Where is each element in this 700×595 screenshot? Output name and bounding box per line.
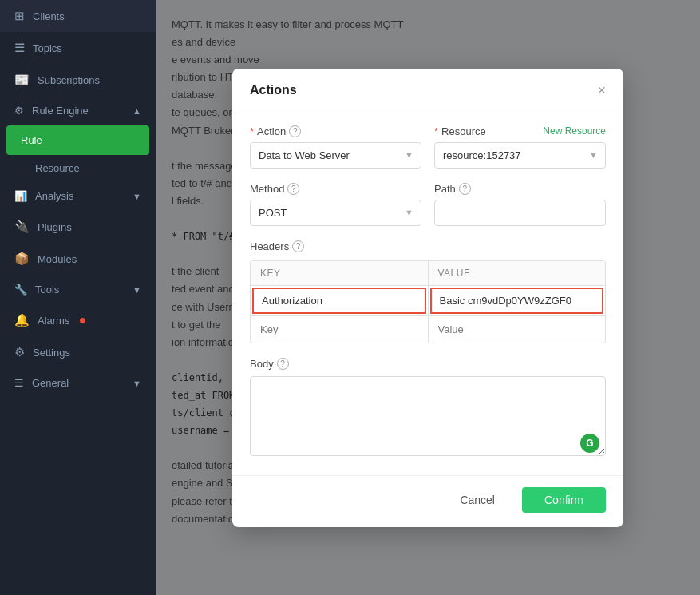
- analysis-icon: 📊: [14, 190, 27, 202]
- action-group: * Action ? Data to Web Server ▼: [250, 125, 421, 169]
- resource-select-wrapper: resource:152737 ▼: [434, 142, 606, 169]
- headers-row-1: [251, 286, 605, 316]
- headers-add-row: [251, 316, 605, 343]
- resource-select[interactable]: resource:152737: [434, 142, 606, 169]
- headers-add-value-cell: [429, 316, 606, 343]
- action-resource-row: * Action ? Data to Web Server ▼: [250, 125, 606, 169]
- sidebar-item-resource[interactable]: Resource: [0, 155, 156, 181]
- path-label: Path ?: [434, 183, 606, 195]
- main-content: MQTT. It makes it easy to filter and pro…: [156, 0, 700, 595]
- resource-group: * Resource New Resource resource:152737 …: [434, 125, 606, 169]
- resource-required-star: *: [434, 125, 438, 137]
- method-select-wrapper: POST GET PUT DELETE ▼: [250, 200, 421, 226]
- rule-label: Rule: [21, 134, 42, 146]
- method-path-row: Method ? POST GET PUT DELETE ▼: [250, 183, 606, 226]
- rule-engine-icon: ⚙: [14, 105, 24, 117]
- headers-add-key-cell: [251, 316, 429, 343]
- modal-overlay: Actions × * Action ? Data to: [156, 0, 700, 595]
- sidebar-item-label: General: [32, 377, 69, 389]
- plugins-icon: 🔌: [14, 220, 30, 234]
- headers-key-cell-1: [251, 286, 429, 315]
- resource-label: Resource: [35, 162, 80, 174]
- sidebar-item-modules[interactable]: 📦 Modules: [0, 243, 156, 275]
- sidebar: ⊞ Clients ☰ Topics 📰 Subscriptions ⚙ Rul…: [0, 0, 156, 595]
- resource-label: * Resource New Resource: [434, 125, 606, 137]
- dialog-footer: Cancel Confirm: [232, 475, 623, 527]
- sidebar-item-rule-engine[interactable]: ⚙ Rule Engine ▲: [0, 96, 156, 125]
- method-select[interactable]: POST GET PUT DELETE: [250, 200, 421, 226]
- sidebar-item-label: Clients: [33, 10, 65, 22]
- method-help-icon[interactable]: ?: [287, 183, 299, 195]
- body-help-icon[interactable]: ?: [277, 358, 289, 370]
- path-input[interactable]: [434, 200, 606, 226]
- body-textarea-wrapper: G: [250, 376, 606, 459]
- sidebar-item-analysis[interactable]: 📊 Analysis ▼: [0, 181, 156, 211]
- alarms-icon: 🔔: [14, 313, 30, 327]
- confirm-button[interactable]: Confirm: [522, 487, 606, 513]
- headers-add-key-input[interactable]: [252, 318, 426, 341]
- headers-value-col: VALUE: [429, 261, 606, 285]
- settings-icon: ⚙: [14, 345, 25, 359]
- body-textarea[interactable]: [250, 376, 606, 456]
- sidebar-item-label: Plugins: [38, 221, 72, 233]
- new-resource-link[interactable]: New Resource: [543, 125, 606, 137]
- headers-table: KEY VALUE: [250, 260, 606, 343]
- tools-arrow: ▼: [132, 285, 141, 295]
- analysis-arrow: ▼: [132, 192, 141, 201]
- sidebar-item-subscriptions[interactable]: 📰 Subscriptions: [0, 64, 156, 96]
- headers-value-input-1[interactable]: [430, 288, 604, 314]
- sidebar-item-plugins[interactable]: 🔌 Plugins: [0, 211, 156, 243]
- clients-icon: ⊞: [14, 9, 25, 23]
- sidebar-item-label: Tools: [35, 284, 59, 296]
- sidebar-item-label: Rule Engine: [32, 105, 89, 117]
- sidebar-item-label: Modules: [38, 253, 77, 265]
- headers-key-input-1[interactable]: [252, 288, 426, 314]
- close-icon[interactable]: ×: [597, 83, 606, 97]
- action-select[interactable]: Data to Web Server: [250, 142, 421, 169]
- cancel-button[interactable]: Cancel: [442, 487, 512, 513]
- action-label: * Action ?: [250, 125, 421, 137]
- topics-icon: ☰: [14, 41, 25, 55]
- headers-key-col: KEY: [251, 261, 429, 285]
- sidebar-item-rule[interactable]: Rule: [6, 125, 149, 155]
- method-label: Method ?: [250, 183, 421, 195]
- subscriptions-icon: 📰: [14, 73, 30, 87]
- sidebar-item-alarms[interactable]: 🔔 Alarms: [0, 304, 156, 336]
- sidebar-item-label: Analysis: [35, 190, 73, 202]
- path-help-icon[interactable]: ?: [459, 183, 471, 195]
- method-group: Method ? POST GET PUT DELETE ▼: [250, 183, 421, 226]
- headers-table-header: KEY VALUE: [251, 261, 605, 286]
- headers-help-icon[interactable]: ?: [292, 240, 304, 252]
- headers-add-value-input[interactable]: [430, 318, 604, 341]
- rule-engine-arrow: ▲: [132, 106, 141, 116]
- sidebar-item-label: Topics: [33, 42, 62, 54]
- sidebar-item-settings[interactable]: ⚙ Settings: [0, 336, 156, 368]
- action-select-wrapper: Data to Web Server ▼: [250, 142, 421, 169]
- action-help-icon[interactable]: ?: [289, 125, 301, 137]
- headers-value-cell-1: [429, 286, 606, 315]
- dialog-header: Actions ×: [232, 69, 623, 109]
- dialog-body: * Action ? Data to Web Server ▼: [232, 109, 623, 475]
- general-arrow: ▼: [132, 379, 141, 388]
- modules-icon: 📦: [14, 252, 30, 266]
- actions-dialog: Actions × * Action ? Data to: [232, 69, 623, 527]
- sidebar-item-label: Settings: [33, 347, 70, 359]
- dialog-title: Actions: [250, 83, 297, 97]
- headers-label: Headers ?: [250, 240, 606, 252]
- general-icon: ☰: [14, 377, 24, 389]
- grammarly-icon: G: [580, 434, 599, 453]
- alarms-badge: [80, 318, 85, 323]
- sidebar-item-clients[interactable]: ⊞ Clients: [0, 0, 156, 32]
- sidebar-item-general[interactable]: ☰ General ▼: [0, 368, 156, 398]
- body-label: Body ?: [250, 358, 606, 370]
- sidebar-item-label: Subscriptions: [38, 74, 100, 86]
- tools-icon: 🔧: [14, 284, 27, 296]
- path-group: Path ?: [434, 183, 606, 226]
- sidebar-item-tools[interactable]: 🔧 Tools ▼: [0, 275, 156, 304]
- sidebar-item-label: Alarms: [38, 315, 69, 327]
- sidebar-item-topics[interactable]: ☰ Topics: [0, 32, 156, 64]
- action-required-star: *: [250, 125, 254, 137]
